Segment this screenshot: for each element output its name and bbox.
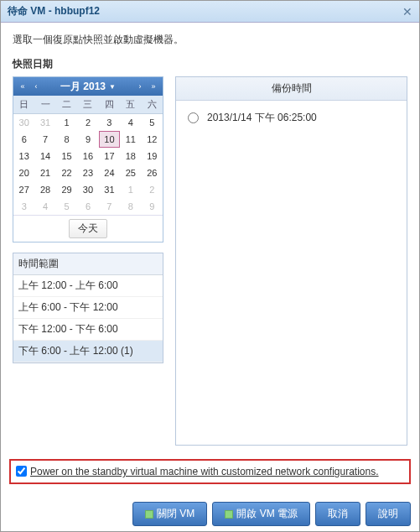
calendar-day-cell[interactable]: 16 [77,148,98,164]
calendar-day-cell[interactable]: 31 [99,181,120,198]
snapshot-date-label: 快照日期 [13,57,407,71]
power-options-label[interactable]: Power on the standby virtual machine wit… [30,466,379,477]
calendar: « ‹ 一月 2013 ▼ › » 日一二三四五六 30311234 [13,76,163,243]
calendar-day-cell[interactable]: 13 [13,148,34,164]
calendar-day-cell[interactable]: 4 [34,198,55,215]
calendar-footer: 今天 [13,215,163,242]
calendar-day-cell[interactable]: 3 [13,198,34,215]
time-range-item[interactable]: 上午 12:00 - 上午 6:00 [13,275,163,297]
calendar-day-cell[interactable]: 6 [13,131,34,148]
calendar-dow-cell: 四 [99,96,120,113]
backup-header: 備份時間 [176,77,407,101]
calendar-dow-cell: 三 [77,96,98,113]
calendar-day-cell[interactable]: 25 [120,164,141,181]
calendar-day-cell[interactable]: 28 [34,181,55,198]
vm-icon [225,510,233,519]
dropdown-icon: ▼ [109,83,116,91]
calendar-day-cell[interactable]: 5 [142,114,163,131]
calendar-month-button[interactable]: 一月 2013 ▼ [60,80,116,94]
content-area: 選取一個復原點快照並啟動虛擬機器。 快照日期 « ‹ 一月 2013 ▼ [1,23,419,456]
time-range-header: 時間範圍 [13,253,163,275]
close-icon[interactable]: ✕ [402,5,412,18]
next-month-icon[interactable]: › [134,81,146,92]
calendar-day-cell[interactable]: 9 [77,131,98,148]
prev-year-icon[interactable]: « [17,81,29,92]
calendar-day-cell[interactable]: 1 [56,114,77,131]
help-button[interactable]: 說明 [366,502,411,526]
titlebar: 待命 VM - hbbupf12 ✕ [1,1,419,23]
calendar-day-cell[interactable]: 4 [120,114,141,131]
calendar-day-cell[interactable]: 18 [120,148,141,164]
button-bar: 關閉 VM 開啟 VM 電源 取消 說明 [132,502,411,526]
calendar-day-cell[interactable]: 7 [99,198,120,215]
backup-panel: 備份時間 2013/1/14 下午 06:25:00 [175,76,407,446]
calendar-day-cell[interactable]: 2 [77,114,98,131]
shutdown-vm-button[interactable]: 關閉 VM [132,502,207,526]
calendar-day-cell[interactable]: 23 [77,164,98,181]
calendar-day-cell[interactable]: 8 [120,198,141,215]
time-range-item[interactable]: 下午 12:00 - 下午 6:00 [13,319,163,341]
calendar-dow-cell: 一 [34,96,55,113]
dialog-title: 待命 VM - hbbupf12 [8,4,100,18]
time-range-item[interactable]: 下午 6:00 - 上午 12:00 (1) [13,341,163,362]
backup-radio[interactable] [188,112,199,123]
next-year-icon[interactable]: » [148,81,159,92]
calendar-dow-cell: 二 [56,96,77,113]
calendar-day-cell[interactable]: 12 [142,131,163,148]
calendar-day-cell[interactable]: 7 [34,131,55,148]
calendar-day-cell[interactable]: 9 [142,198,163,215]
calendar-day-cell[interactable]: 24 [99,164,120,181]
calendar-day-cell[interactable]: 29 [56,181,77,198]
calendar-day-cell[interactable]: 21 [34,164,55,181]
calendar-day-cell[interactable]: 27 [13,181,34,198]
calendar-day-cell[interactable]: 15 [56,148,77,164]
calendar-days-grid: 3031123456789101112131415161718192021222… [13,114,163,215]
prev-month-icon[interactable]: ‹ [30,81,42,92]
calendar-day-cell[interactable]: 5 [56,198,77,215]
calendar-dow-row: 日一二三四五六 [13,96,163,114]
calendar-day-cell[interactable]: 8 [56,131,77,148]
calendar-day-cell[interactable]: 22 [56,164,77,181]
calendar-day-cell[interactable]: 1 [120,181,141,198]
instruction-text: 選取一個復原點快照並啟動虛擬機器。 [13,33,407,47]
vm-icon [145,510,153,519]
calendar-day-cell[interactable]: 2 [142,181,163,198]
calendar-day-cell[interactable]: 31 [34,114,55,131]
power-options-checkbox[interactable] [16,466,27,477]
calendar-day-cell[interactable]: 30 [77,181,98,198]
time-range-panel: 時間範圍 上午 12:00 - 上午 6:00上午 6:00 - 下午 12:0… [13,253,163,363]
calendar-dow-cell: 五 [120,96,141,113]
calendar-dow-cell: 日 [13,96,34,113]
calendar-dow-cell: 六 [142,96,163,113]
calendar-day-cell[interactable]: 11 [120,131,141,148]
poweron-vm-button[interactable]: 開啟 VM 電源 [212,502,310,526]
highlight-annotation: Power on the standby virtual machine wit… [9,459,411,484]
backup-time-text: 2013/1/14 下午 06:25:00 [207,111,317,125]
calendar-day-cell[interactable]: 17 [99,148,120,164]
today-button[interactable]: 今天 [69,219,107,238]
dialog-window: 待命 VM - hbbupf12 ✕ 選取一個復原點快照並啟動虛擬機器。 快照日… [0,0,420,532]
calendar-day-cell[interactable]: 26 [142,164,163,181]
time-range-list: 上午 12:00 - 上午 6:00上午 6:00 - 下午 12:00下午 1… [13,275,163,362]
calendar-header: « ‹ 一月 2013 ▼ › » [13,77,163,96]
calendar-day-cell[interactable]: 14 [34,148,55,164]
calendar-day-cell[interactable]: 6 [77,198,98,215]
calendar-day-cell[interactable]: 10 [99,131,120,148]
calendar-day-cell[interactable]: 20 [13,164,34,181]
cancel-button[interactable]: 取消 [315,502,360,526]
calendar-day-cell[interactable]: 30 [13,114,34,131]
calendar-day-cell[interactable]: 19 [142,148,163,164]
calendar-day-cell[interactable]: 3 [99,114,120,131]
calendar-month-label: 一月 2013 [60,80,106,94]
time-range-item[interactable]: 上午 6:00 - 下午 12:00 [13,297,163,319]
backup-row[interactable]: 2013/1/14 下午 06:25:00 [183,107,400,128]
backup-list: 2013/1/14 下午 06:25:00 [176,101,407,135]
